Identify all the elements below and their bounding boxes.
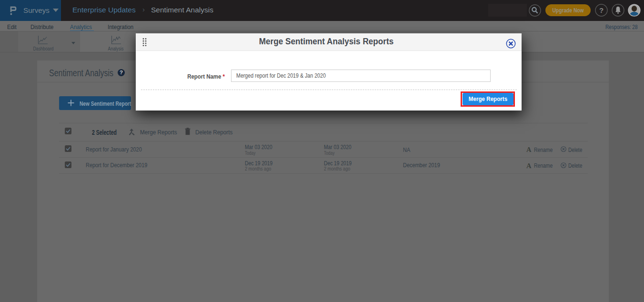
svg-text:?: ? — [599, 6, 604, 14]
